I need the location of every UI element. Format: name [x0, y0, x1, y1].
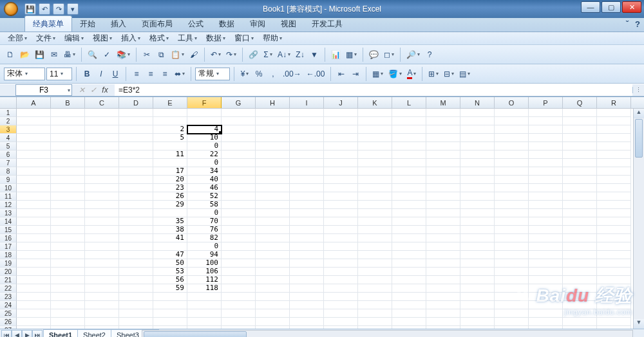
- cell-G10[interactable]: [222, 184, 256, 192]
- cell-R22[interactable]: [597, 284, 631, 293]
- cell-R4[interactable]: [597, 134, 631, 142]
- row-header-25[interactable]: 25: [0, 309, 17, 318]
- hyperlink-icon[interactable]: 🔗: [247, 48, 260, 61]
- row-header-19[interactable]: 19: [0, 259, 17, 268]
- cell-M14[interactable]: [426, 217, 460, 226]
- cell-D3[interactable]: [119, 125, 153, 134]
- row-header-18[interactable]: 18: [0, 251, 17, 259]
- row-header-24[interactable]: 24: [0, 301, 17, 309]
- cell-O23[interactable]: [495, 293, 529, 301]
- cell-B17[interactable]: [51, 242, 85, 251]
- cell-D18[interactable]: [119, 251, 153, 259]
- sheet-nav-first-icon[interactable]: ⏮: [1, 330, 12, 337]
- cell-R17[interactable]: [597, 242, 631, 251]
- cell-N21[interactable]: [460, 276, 495, 284]
- cell-D26[interactable]: [119, 318, 153, 326]
- cell-L15[interactable]: [392, 226, 426, 234]
- cell-O18[interactable]: [495, 251, 529, 259]
- cell-C2[interactable]: [85, 117, 119, 125]
- cell-A5[interactable]: [17, 142, 51, 150]
- column-header-N[interactable]: N: [460, 97, 495, 108]
- cell-Q9[interactable]: [563, 176, 597, 184]
- column-header-H[interactable]: H: [256, 97, 290, 108]
- ribbon-tab-1[interactable]: 开始: [72, 16, 103, 32]
- cell-N9[interactable]: [460, 176, 495, 184]
- cell-R23[interactable]: [597, 293, 631, 301]
- shapes-icon[interactable]: ◻: [382, 48, 396, 61]
- cell-O24[interactable]: [495, 301, 529, 309]
- cell-I22[interactable]: [290, 284, 324, 293]
- cell-H16[interactable]: [256, 234, 290, 242]
- cell-M5[interactable]: [426, 142, 460, 150]
- cell-A4[interactable]: [17, 134, 51, 142]
- cell-O26[interactable]: [495, 318, 529, 326]
- cell-E4[interactable]: 5: [153, 134, 187, 142]
- vertical-scrollbar[interactable]: ▲ ▼: [633, 109, 644, 329]
- cell-N24[interactable]: [460, 301, 495, 309]
- cell-J20[interactable]: [324, 268, 358, 276]
- column-header-M[interactable]: M: [426, 97, 460, 108]
- cell-M23[interactable]: [426, 293, 460, 301]
- cell-J15[interactable]: [324, 226, 358, 234]
- cell-O2[interactable]: [495, 117, 529, 125]
- zoom-icon[interactable]: 🔎: [404, 48, 422, 61]
- cell-N14[interactable]: [460, 217, 495, 226]
- cell-F23[interactable]: [187, 293, 222, 301]
- cell-P3[interactable]: [529, 125, 563, 134]
- cell-G2[interactable]: [222, 117, 256, 125]
- cell-H12[interactable]: [256, 201, 290, 209]
- cell-C1[interactable]: [85, 109, 119, 117]
- cell-L14[interactable]: [392, 217, 426, 226]
- cell-G12[interactable]: [222, 201, 256, 209]
- cell-K22[interactable]: [358, 284, 392, 293]
- currency-icon[interactable]: ¥: [238, 68, 251, 80]
- cell-C24[interactable]: [85, 301, 119, 309]
- row-header-22[interactable]: 22: [0, 284, 17, 293]
- cell-C13[interactable]: [85, 209, 119, 217]
- cell-I24[interactable]: [290, 301, 324, 309]
- cell-H9[interactable]: [256, 176, 290, 184]
- cell-E6[interactable]: 11: [153, 150, 187, 159]
- cell-O8[interactable]: [495, 167, 529, 176]
- cell-E26[interactable]: [153, 318, 187, 326]
- cell-K6[interactable]: [358, 150, 392, 159]
- cell-A6[interactable]: [17, 150, 51, 159]
- cell-O7[interactable]: [495, 159, 529, 167]
- cell-Q8[interactable]: [563, 167, 597, 176]
- number-format-combo[interactable]: 常规▾: [195, 68, 230, 80]
- row-header-20[interactable]: 20: [0, 268, 17, 276]
- cell-A20[interactable]: [17, 268, 51, 276]
- cell-C17[interactable]: [85, 242, 119, 251]
- row-header-15[interactable]: 15: [0, 226, 17, 234]
- cell-O13[interactable]: [495, 209, 529, 217]
- cell-P19[interactable]: [529, 259, 563, 268]
- cell-B4[interactable]: [51, 134, 85, 142]
- cell-C3[interactable]: [85, 125, 119, 134]
- ribbon-tab-6[interactable]: 审阅: [242, 16, 273, 32]
- cell-L12[interactable]: [392, 201, 426, 209]
- sheet-tab-Sheet3[interactable]: Sheet3: [111, 329, 145, 338]
- cell-N20[interactable]: [460, 268, 495, 276]
- cell-G5[interactable]: [222, 142, 256, 150]
- cell-M18[interactable]: [426, 251, 460, 259]
- cell-C8[interactable]: [85, 167, 119, 176]
- cell-G8[interactable]: [222, 167, 256, 176]
- column-header-D[interactable]: D: [119, 97, 153, 108]
- cell-M3[interactable]: [426, 125, 460, 134]
- cell-B23[interactable]: [51, 293, 85, 301]
- cell-J24[interactable]: [324, 301, 358, 309]
- cell-Q25[interactable]: [563, 309, 597, 318]
- cell-M6[interactable]: [426, 150, 460, 159]
- cell-I1[interactable]: [290, 109, 324, 117]
- cell-R11[interactable]: [597, 192, 631, 201]
- cell-A23[interactable]: [17, 293, 51, 301]
- cell-P22[interactable]: [529, 284, 563, 293]
- cell-K10[interactable]: [358, 184, 392, 192]
- cell-N17[interactable]: [460, 242, 495, 251]
- column-header-E[interactable]: E: [153, 97, 187, 108]
- cell-K12[interactable]: [358, 201, 392, 209]
- cell-I8[interactable]: [290, 167, 324, 176]
- cell-Q24[interactable]: [563, 301, 597, 309]
- cell-F24[interactable]: [187, 301, 222, 309]
- cell-Q22[interactable]: [563, 284, 597, 293]
